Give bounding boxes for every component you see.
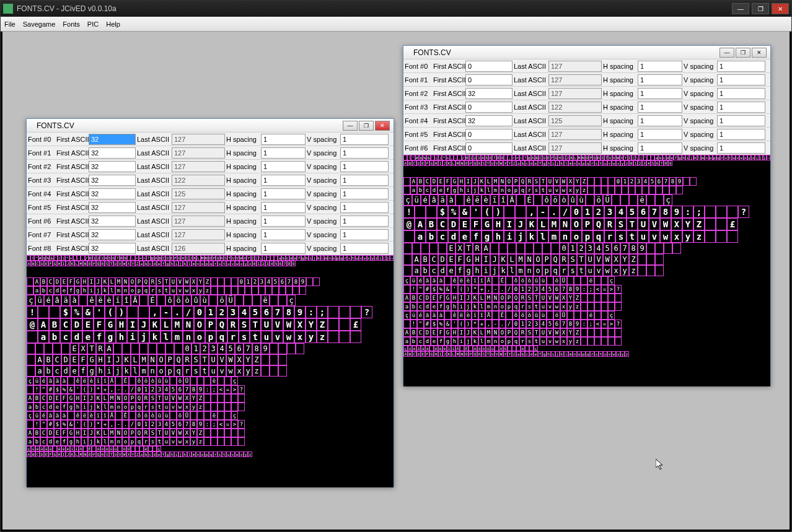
glyph-cell[interactable]: 5	[651, 160, 655, 166]
glyph-cell[interactable]: ò	[149, 411, 156, 420]
glyph-cell[interactable]: ç	[231, 411, 238, 420]
glyph-cell[interactable]: é	[412, 346, 416, 351]
glyph-cell[interactable]	[608, 177, 615, 186]
glyph-cell[interactable]: z	[574, 302, 581, 311]
glyph-cell[interactable]: O	[506, 177, 513, 186]
glyph-cell[interactable]: ë	[61, 446, 66, 451]
glyph-cell[interactable]: t	[540, 186, 547, 194]
glyph-cell[interactable]: h	[458, 186, 465, 194]
glyph-cell[interactable]	[601, 328, 608, 337]
glyph-cell[interactable]: R	[526, 177, 533, 186]
glyph-cell[interactable]: q	[216, 331, 227, 343]
glyph-cell[interactable]: L	[451, 160, 455, 166]
glyph-cell[interactable]: ;	[693, 206, 705, 218]
glyph-cell[interactable]: !	[33, 385, 40, 394]
glyph-cell[interactable]: r	[143, 437, 149, 446]
glyph-cell[interactable]: m	[548, 230, 560, 243]
glyph-cell[interactable]: ê	[74, 411, 81, 420]
glyph-cell[interactable]: è	[442, 346, 447, 351]
glyph-cell[interactable]: L	[478, 328, 485, 337]
glyph-cell[interactable]: C	[47, 277, 54, 286]
glyph-cell[interactable]: ù	[577, 194, 586, 206]
glyph-cell[interactable]: C	[429, 254, 438, 265]
glyph-cell[interactable]: Ü	[560, 311, 567, 320]
glyph-cell[interactable]: z	[625, 160, 629, 166]
glyph-cell[interactable]: X	[126, 261, 131, 266]
glyph-cell[interactable]: %	[448, 206, 459, 218]
glyph-cell[interactable]	[504, 206, 515, 218]
glyph-cell[interactable]: B	[417, 177, 424, 186]
glyph-cell[interactable]: p	[205, 331, 216, 343]
glyph-cell[interactable]: U	[490, 160, 495, 166]
glyph-cell[interactable]: 5	[274, 261, 278, 266]
glyph-cell[interactable]: 9	[197, 420, 204, 429]
glyph-cell[interactable]: T	[577, 254, 586, 265]
glyph-cell[interactable]: ë	[438, 346, 442, 351]
glyph-cell[interactable]: ?	[615, 285, 622, 294]
glyph-cell[interactable]	[350, 306, 361, 318]
glyph-cell[interactable]: '	[74, 420, 81, 429]
glyph-cell[interactable]: ç	[403, 194, 412, 206]
glyph-cell[interactable]: w	[612, 351, 616, 357]
glyph-cell[interactable]: É	[464, 346, 469, 351]
glyph-cell[interactable]	[655, 254, 664, 265]
glyph-cell[interactable]: C	[412, 160, 416, 166]
glyph-cell[interactable]: K	[447, 160, 451, 166]
glyph-cell[interactable]: 3	[156, 420, 163, 429]
glyph-cell[interactable]: t	[200, 365, 209, 377]
glyph-cell[interactable]: C	[53, 354, 61, 365]
menu-fonts[interactable]: Fonts	[63, 20, 80, 28]
glyph-cell[interactable]: W	[499, 351, 503, 357]
glyph-cell[interactable]: ò	[526, 311, 533, 320]
glyph-cell[interactable]: p	[506, 302, 513, 311]
glyph-cell[interactable]: M	[485, 294, 492, 302]
glyph-cell[interactable]: X	[126, 451, 131, 457]
glyph-cell[interactable]: ö	[594, 194, 603, 206]
glyph-cell[interactable]: R	[143, 429, 149, 437]
glyph-cell[interactable]: ö	[519, 276, 526, 285]
glyph-cell[interactable]: N	[492, 294, 499, 302]
glyph-cell[interactable]: h	[170, 261, 174, 266]
glyph-cell[interactable]: S	[149, 429, 156, 437]
glyph-cell[interactable]: Z	[574, 328, 581, 337]
glyph-cell[interactable]: L	[102, 394, 108, 403]
glyph-cell[interactable]	[27, 354, 35, 365]
glyph-cell[interactable]: Z	[197, 394, 204, 403]
glyph-cell[interactable]: N	[183, 318, 194, 331]
last-ascii-input[interactable]	[172, 161, 225, 172]
glyph-cell[interactable]: I	[465, 177, 472, 186]
glyph-cell[interactable]: +	[102, 420, 108, 429]
glyph-cell[interactable]: J	[442, 160, 447, 166]
glyph-cell[interactable]: ,	[526, 206, 537, 218]
glyph-cell[interactable]: 6	[177, 385, 183, 394]
glyph-cell[interactable]: F	[425, 351, 429, 357]
glyph-cell[interactable]	[615, 302, 622, 311]
glyph-cell[interactable]: M	[492, 177, 499, 186]
v-spacing-input[interactable]	[717, 102, 765, 113]
glyph-cell[interactable]	[601, 294, 608, 302]
glyph-cell[interactable]: R	[183, 354, 191, 365]
glyph-cell[interactable]: !	[410, 285, 417, 294]
glyph-cell[interactable]: N	[560, 218, 571, 230]
glyph-cell[interactable]: J	[113, 354, 122, 365]
glyph-cell[interactable]: q	[513, 302, 519, 311]
glyph-cell[interactable]: q	[209, 261, 213, 266]
glyph-cell[interactable]: I	[438, 160, 442, 166]
glyph-cell[interactable]: U	[638, 218, 649, 230]
glyph-cell[interactable]	[339, 318, 350, 331]
glyph-cell[interactable]: P	[506, 294, 513, 302]
glyph-cell[interactable]: V	[547, 294, 553, 302]
glyph-cell[interactable]: T	[109, 451, 113, 457]
glyph-cell[interactable]: 6	[612, 243, 620, 254]
glyph-cell[interactable]: L	[508, 254, 516, 265]
glyph-cell[interactable]: Q	[519, 177, 526, 186]
glyph-cell[interactable]: F	[438, 328, 444, 337]
glyph-cell[interactable]	[258, 286, 265, 295]
glyph-cell[interactable]: 8	[629, 243, 638, 254]
glyph-cell[interactable]: T	[87, 343, 96, 354]
glyph-cell[interactable]: 3	[227, 306, 239, 318]
glyph-cell[interactable]: X	[503, 351, 508, 357]
glyph-cell[interactable]	[44, 343, 53, 354]
glyph-cell[interactable]: Y	[306, 318, 317, 331]
glyph-cell[interactable]: H	[451, 294, 458, 302]
